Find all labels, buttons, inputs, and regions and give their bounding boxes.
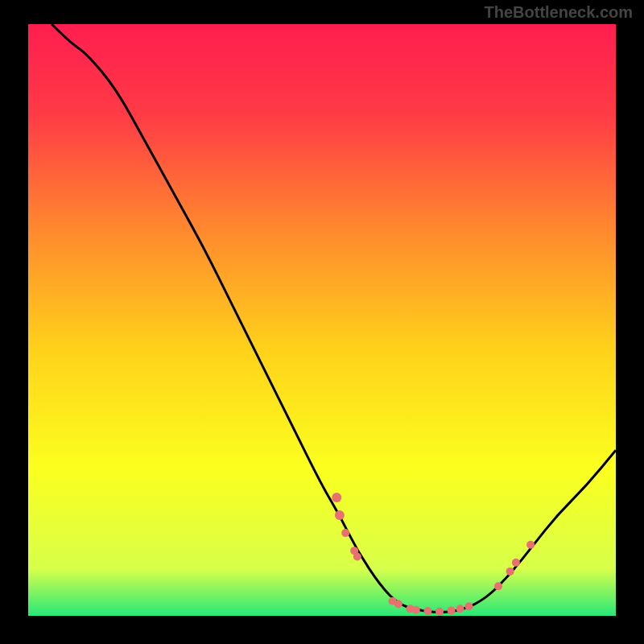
- data-marker: [465, 602, 473, 610]
- bottleneck-curve: [52, 24, 616, 612]
- data-marker: [512, 559, 520, 567]
- data-marker: [341, 529, 349, 537]
- curve-markers: [332, 493, 535, 616]
- data-marker: [448, 606, 456, 614]
- data-marker: [456, 605, 464, 613]
- data-marker: [353, 553, 361, 561]
- data-marker: [526, 541, 535, 549]
- data-marker: [506, 568, 514, 576]
- data-marker: [436, 608, 444, 616]
- data-marker: [494, 582, 502, 590]
- data-marker: [394, 600, 402, 608]
- data-marker: [335, 510, 345, 520]
- plot-area: [28, 24, 616, 616]
- data-marker: [332, 493, 341, 502]
- curve-layer: [28, 24, 616, 616]
- data-marker: [423, 607, 431, 615]
- data-marker: [412, 606, 420, 614]
- watermark-text: TheBottleneck.com: [485, 3, 633, 22]
